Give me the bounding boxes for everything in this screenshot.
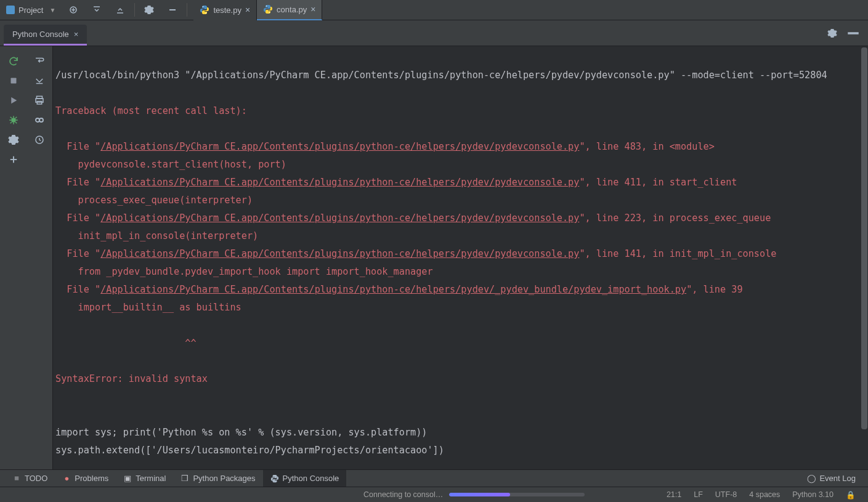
tool-tab-label: TODO xyxy=(25,474,47,483)
syntax-error-line: SyntaxError: invalid syntax xyxy=(55,370,868,388)
close-icon[interactable]: × xyxy=(245,6,250,14)
rerun-icon[interactable] xyxy=(5,52,22,70)
traceback-caret: ^^ xyxy=(55,334,868,352)
console-line xyxy=(55,406,868,424)
status-progress: Connecting to consol… xyxy=(363,490,585,499)
list-icon: ≡ xyxy=(12,474,21,483)
close-icon[interactable]: × xyxy=(310,5,315,14)
show-variables-icon[interactable] xyxy=(31,111,48,129)
left-gutter-inner xyxy=(26,46,53,469)
traceback-frame-code: pydevconsole.start_client(host, port) xyxy=(55,156,868,174)
tool-tab-label: Python Console xyxy=(283,474,339,483)
left-gutter-outer xyxy=(0,46,26,469)
console-command-line: /usr/local/bin/python3 "/Applications/Py… xyxy=(55,67,868,84)
editor-tabs: teste.py × conta.py × xyxy=(193,0,322,20)
project-label: Project xyxy=(18,6,43,15)
svg-point-28 xyxy=(39,118,43,122)
svg-rect-11 xyxy=(10,78,16,84)
console-line: sys.path.extend(['/Users/lucasmonteiro/P… xyxy=(55,442,868,459)
gear-icon[interactable] xyxy=(824,25,841,42)
editor-tab-teste[interactable]: teste.py × xyxy=(193,0,257,20)
tool-tab-todo[interactable]: ≡ TODO xyxy=(5,470,55,487)
python-file-icon xyxy=(263,4,273,14)
status-encoding[interactable]: UTF-8 xyxy=(709,490,743,499)
status-caret-position[interactable]: 21:1 xyxy=(660,490,688,499)
settings-gear-icon[interactable] xyxy=(5,131,22,148)
bottom-tool-bar: ≡ TODO ● Problems ▣ Terminal ❒ Python Pa… xyxy=(0,469,868,487)
project-dropdown[interactable]: Project ▼ xyxy=(0,0,62,20)
svg-point-8 xyxy=(266,6,267,7)
scroll-to-end-icon[interactable] xyxy=(31,72,48,89)
tool-tab-problems[interactable]: ● Problems xyxy=(55,470,116,487)
traceback-frame-file: File "/Applications/PyCharm CE.app/Conte… xyxy=(55,209,868,227)
svg-point-9 xyxy=(269,12,270,13)
history-icon[interactable] xyxy=(31,131,48,148)
traceback-frame-file: File "/Applications/PyCharm CE.app/Conte… xyxy=(55,281,868,299)
traceback-file-link[interactable]: /Applications/PyCharm CE.app/Contents/pl… xyxy=(100,248,579,259)
minimize-icon[interactable] xyxy=(161,0,184,20)
packages-icon: ❒ xyxy=(180,474,189,483)
top-toolbar: Project ▼ teste.py × conta.py × xyxy=(0,0,868,20)
expand-up-icon[interactable] xyxy=(108,0,132,20)
progress-bar[interactable] xyxy=(449,493,585,496)
chevron-down-icon: ▼ xyxy=(49,7,55,14)
stop-icon[interactable] xyxy=(5,72,22,89)
tool-tab-python-packages[interactable]: ❒ Python Packages xyxy=(173,470,262,487)
gear-icon[interactable] xyxy=(137,0,161,20)
console-body: /usr/local/bin/python3 "/Applications/Py… xyxy=(0,46,868,469)
traceback-frame-code: process_exec_queue(interpreter) xyxy=(55,192,868,209)
traceback-frame-code: from _pydev_bundle.pydev_import_hook imp… xyxy=(55,263,868,281)
tool-tab-label: Event Log xyxy=(819,474,856,483)
traceback-header: Traceback (most recent call last): xyxy=(55,102,868,120)
close-icon[interactable]: × xyxy=(74,30,79,39)
editor-tab-conta[interactable]: conta.py × xyxy=(257,0,322,20)
tool-window-header: Python Console × xyxy=(0,20,868,46)
hide-icon[interactable] xyxy=(845,25,862,42)
traceback-file-link[interactable]: /Applications/PyCharm CE.app/Contents/pl… xyxy=(100,284,686,295)
terminal-icon: ▣ xyxy=(123,474,132,483)
traceback-frame-code: import__builtin__ as builtins xyxy=(55,299,868,317)
python-icon xyxy=(270,474,279,483)
tool-tab-label: Problems xyxy=(75,474,108,483)
svg-line-20 xyxy=(15,117,17,118)
separator xyxy=(134,3,135,17)
traceback-frame-file: File "/Applications/PyCharm CE.app/Conte… xyxy=(55,174,868,192)
svg-line-18 xyxy=(15,122,17,123)
expand-down-icon[interactable] xyxy=(85,0,108,20)
svg-point-12 xyxy=(11,118,16,123)
warning-icon: ● xyxy=(62,474,71,483)
tool-tab-label: Python Console xyxy=(12,30,69,39)
toolbar-icon-group xyxy=(62,0,184,20)
status-python-interpreter[interactable]: Python 3.10 xyxy=(786,490,840,499)
console-line: import sys; print('Python %s on %s' % (s… xyxy=(55,424,868,442)
traceback-file-link[interactable]: /Applications/PyCharm CE.app/Contents/pl… xyxy=(100,213,579,224)
traceback-file-link[interactable]: /Applications/PyCharm CE.app/Contents/pl… xyxy=(100,177,579,188)
lock-icon[interactable]: 🔒 xyxy=(840,490,862,500)
status-connecting-label: Connecting to consol… xyxy=(363,490,443,499)
tool-tab-terminal[interactable]: ▣ Terminal xyxy=(116,470,173,487)
traceback-file-link[interactable]: /Applications/PyCharm CE.app/Contents/pl… xyxy=(100,141,579,152)
event-log-icon: ◯ xyxy=(807,474,816,483)
status-bar: Connecting to consol… 21:1 LF UTF-8 4 sp… xyxy=(0,487,868,502)
print-icon[interactable] xyxy=(31,92,48,109)
status-line-separator[interactable]: LF xyxy=(688,490,709,499)
soft-wrap-icon[interactable] xyxy=(31,52,48,70)
tool-tab-python-console-bottom[interactable]: Python Console xyxy=(263,470,347,487)
status-indent[interactable]: 4 spaces xyxy=(743,490,786,499)
svg-point-6 xyxy=(203,6,204,7)
run-icon[interactable] xyxy=(5,92,22,109)
debug-icon[interactable] xyxy=(5,111,22,129)
collapse-all-icon[interactable] xyxy=(62,0,85,20)
tool-tab-label: Terminal xyxy=(136,474,166,483)
editor-tab-label: conta.py xyxy=(277,5,307,14)
project-icon xyxy=(6,6,15,14)
traceback-frame-file: File "/Applications/PyCharm CE.app/Conte… xyxy=(55,138,868,156)
svg-line-17 xyxy=(10,117,11,118)
scrollbar-thumb[interactable] xyxy=(861,47,867,429)
tool-tab-python-console[interactable]: Python Console × xyxy=(4,25,87,46)
traceback-frame-file: File "/Applications/PyCharm CE.app/Conte… xyxy=(55,245,868,263)
tool-tab-label: Python Packages xyxy=(193,474,255,483)
tool-tab-event-log[interactable]: ◯ Event Log xyxy=(800,470,863,487)
new-console-icon[interactable] xyxy=(5,151,22,168)
console-output[interactable]: /usr/local/bin/python3 "/Applications/Py… xyxy=(53,46,868,469)
